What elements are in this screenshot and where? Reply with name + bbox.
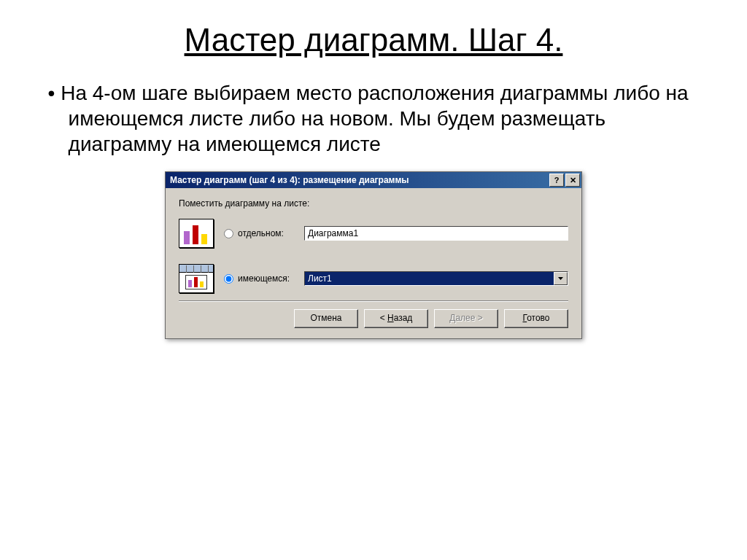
slide: Мастер диаграмм. Шаг 4. На 4-ом шаге выб… (0, 0, 747, 560)
slide-bullet: На 4-ом шаге выбираем место расположения… (44, 80, 703, 157)
separate-sheet-name-input[interactable] (304, 226, 568, 241)
existing-sheet-combo[interactable]: Лист1 (304, 271, 568, 286)
combo-dropdown-button[interactable] (554, 272, 568, 285)
titlebar-close-button[interactable]: ✕ (565, 174, 580, 187)
chart-wizard-dialog: Мастер диаграмм (шаг 4 из 4): размещение… (165, 171, 582, 339)
chevron-down-icon (558, 277, 563, 280)
slide-title: Мастер диаграмм. Шаг 4. (44, 22, 703, 58)
radio-existing[interactable] (224, 274, 233, 284)
radio-existing-label: имеющемся: (238, 273, 290, 284)
next-button: Далее > (434, 309, 498, 328)
dialog-titlebar[interactable]: Мастер диаграмм (шаг 4 из 4): размещение… (166, 172, 581, 188)
svg-marker-0 (558, 277, 563, 280)
dialog-client-area: Поместить диаграмму на листе: отдельном: (166, 188, 581, 338)
radio-existing-wrap[interactable]: имеющемся: (224, 273, 304, 284)
radio-separate[interactable] (224, 229, 233, 238)
existing-sheet-combo-value: Лист1 (305, 272, 554, 285)
radio-separate-wrap[interactable]: отдельном: (224, 228, 304, 238)
titlebar-help-button[interactable]: ? (549, 174, 564, 187)
separator (179, 300, 568, 302)
dialog-wrap: Мастер диаграмм (шаг 4 из 4): размещение… (44, 171, 703, 339)
finish-button[interactable]: Готово (504, 309, 568, 328)
option-row-existing: имеющемся: Лист1 (179, 264, 568, 293)
dialog-title: Мастер диаграмм (шаг 4 из 4): размещение… (170, 175, 548, 185)
cancel-button[interactable]: Отмена (294, 309, 358, 328)
option-row-separate: отдельном: (179, 219, 568, 248)
back-button[interactable]: < Назад (364, 309, 428, 328)
separate-sheet-icon (179, 219, 214, 248)
existing-sheet-icon (179, 264, 214, 293)
radio-separate-label: отдельном: (238, 228, 284, 238)
help-icon: ? (554, 176, 560, 184)
close-icon: ✕ (570, 176, 576, 185)
placement-instruction: Поместить диаграмму на листе: (179, 198, 568, 209)
dialog-button-row: Отмена < Назад Далее > Готово (179, 309, 568, 328)
